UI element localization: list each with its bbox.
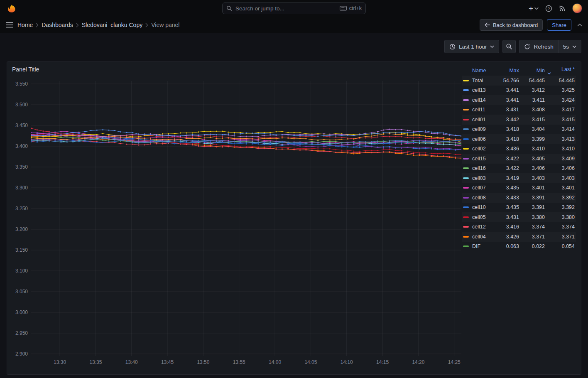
breadcrumb-dashboards[interactable]: Dashboards: [42, 22, 73, 28]
series-name-cell[interactable]: cell10: [462, 203, 496, 213]
series-point: [168, 140, 169, 142]
timeseries-chart[interactable]: 3.5503.5003.4503.4003.3503.3003.2503.200…: [10, 77, 463, 368]
series-name-label[interactable]: cell06: [472, 136, 486, 142]
legend-row-cell12[interactable]: cell123.4163.3743.374: [462, 222, 576, 232]
legend-row-cell11[interactable]: cell113.4313.4083.417: [462, 105, 576, 115]
series-name-label[interactable]: cell05: [472, 214, 486, 220]
series-point: [216, 140, 217, 142]
series-point: [240, 140, 241, 141]
series-point: [389, 151, 390, 152]
series-name-cell[interactable]: cell09: [462, 125, 496, 135]
series-name-label[interactable]: Total: [472, 78, 483, 83]
series-name-cell[interactable]: cell16: [462, 164, 496, 174]
series-min-value: 3.410: [520, 144, 546, 154]
series-point: [132, 132, 133, 133]
refresh-interval-picker[interactable]: 5s: [558, 40, 581, 53]
legend-header-last[interactable]: Last *: [546, 65, 576, 76]
legend-row-cell04[interactable]: cell043.4263.3713.371: [462, 232, 576, 242]
breadcrumb-dashboard-name[interactable]: Sledovani_clanku Copy: [82, 22, 142, 28]
series-name-label[interactable]: cell12: [472, 224, 486, 230]
series-name-cell[interactable]: cell13: [462, 86, 496, 96]
legend-row-cell16[interactable]: cell163.4223.4063.406: [462, 164, 576, 174]
series-point: [162, 133, 163, 135]
series-name-label[interactable]: cell01: [472, 117, 486, 123]
search-input[interactable]: Search or jump to... ctrl+k: [222, 2, 366, 14]
series-name-label[interactable]: cell10: [472, 204, 486, 210]
series-name-cell[interactable]: Total: [462, 76, 496, 86]
legend-row-cell13[interactable]: cell133.4413.4123.425: [462, 86, 576, 96]
legend-row-cell09[interactable]: cell093.4183.4043.414: [462, 125, 576, 135]
series-point: [383, 149, 384, 150]
legend-row-DIF[interactable]: DIF0.0630.0220.054: [462, 242, 576, 252]
series-name-cell[interactable]: cell14: [462, 95, 496, 105]
series-name-label[interactable]: cell13: [472, 87, 486, 93]
series-point: [323, 141, 325, 142]
series-point: [234, 145, 235, 147]
zoom-out-button[interactable]: [502, 40, 516, 53]
series-name-label[interactable]: cell14: [472, 97, 486, 103]
search-placeholder: Search or jump to...: [235, 5, 336, 12]
series-point: [270, 142, 271, 143]
series-name-cell[interactable]: cell01: [462, 115, 496, 125]
refresh-button[interactable]: Refresh: [519, 40, 558, 53]
series-name-cell[interactable]: cell08: [462, 193, 496, 203]
news-rss-icon[interactable]: [559, 5, 566, 12]
series-name-cell[interactable]: cell07: [462, 183, 496, 193]
series-name-cell[interactable]: cell15: [462, 154, 496, 164]
series-name-label[interactable]: cell15: [472, 156, 486, 162]
legend-row-cell07[interactable]: cell073.4353.4013.401: [462, 183, 576, 193]
legend-row-Total[interactable]: Total54.76654.44554.445: [462, 76, 576, 86]
series-point: [37, 138, 38, 139]
new-menu-button[interactable]: +: [529, 5, 539, 12]
series-point: [126, 139, 127, 140]
series-name-cell[interactable]: cell04: [462, 232, 496, 242]
legend-row-cell10[interactable]: cell103.4353.3913.392: [462, 203, 576, 213]
user-avatar[interactable]: [572, 3, 582, 13]
share-button[interactable]: Share: [547, 19, 571, 31]
series-name-label[interactable]: cell04: [472, 234, 486, 240]
series-point: [419, 152, 420, 154]
series-name-label[interactable]: cell16: [472, 165, 486, 171]
series-point: [407, 150, 408, 152]
series-name-cell[interactable]: cell11: [462, 105, 496, 115]
help-icon[interactable]: ?: [545, 5, 552, 12]
legend-row-cell08[interactable]: cell083.4333.3913.392: [462, 193, 576, 203]
series-point: [37, 135, 38, 136]
series-point: [174, 137, 175, 139]
series-last-value: 3.414: [546, 125, 576, 135]
series-point: [102, 129, 103, 130]
series-name-label[interactable]: cell02: [472, 146, 486, 152]
series-name-cell[interactable]: cell12: [462, 222, 496, 232]
series-name-cell[interactable]: cell05: [462, 212, 496, 222]
legend-row-cell03[interactable]: cell033.4193.4033.403: [462, 173, 576, 183]
legend-header-min[interactable]: Min: [520, 65, 546, 76]
series-point: [246, 138, 247, 139]
time-range-picker[interactable]: Last 1 hour: [444, 40, 500, 53]
series-name-cell[interactable]: DIF: [462, 242, 496, 252]
legend-row-cell06[interactable]: cell063.4183.3993.413: [462, 134, 576, 144]
breadcrumb-home[interactable]: Home: [17, 22, 33, 28]
back-to-dashboard-button[interactable]: Back to dashboard: [480, 19, 543, 31]
series-name-label[interactable]: cell03: [472, 175, 486, 181]
grafana-logo-icon[interactable]: [6, 2, 17, 14]
series-name-label[interactable]: cell07: [472, 185, 486, 191]
legend-header-name[interactable]: Name: [462, 65, 496, 76]
legend-row-cell05[interactable]: cell053.4313.3803.380: [462, 212, 576, 222]
series-point: [275, 141, 277, 142]
legend-header-max[interactable]: Max: [496, 65, 520, 76]
series-name-label[interactable]: cell08: [472, 195, 486, 201]
series-name-cell[interactable]: cell03: [462, 173, 496, 183]
series-name-label[interactable]: DIF: [472, 243, 480, 249]
legend-row-cell15[interactable]: cell153.4223.4053.409: [462, 154, 576, 164]
series-min-value: 3.415: [520, 115, 546, 125]
series-point: [168, 142, 169, 143]
series-name-label[interactable]: cell11: [472, 107, 485, 113]
chevron-up-icon[interactable]: [577, 23, 582, 27]
legend-row-cell01[interactable]: cell013.4423.4153.415: [462, 115, 576, 125]
legend-row-cell02[interactable]: cell023.4363.4103.410: [462, 144, 576, 154]
series-name-cell[interactable]: cell06: [462, 134, 496, 144]
legend-row-cell14[interactable]: cell143.4413.4113.424: [462, 95, 576, 105]
series-name-cell[interactable]: cell02: [462, 144, 496, 154]
menu-toggle-icon[interactable]: [6, 22, 13, 28]
series-name-label[interactable]: cell09: [472, 126, 486, 132]
